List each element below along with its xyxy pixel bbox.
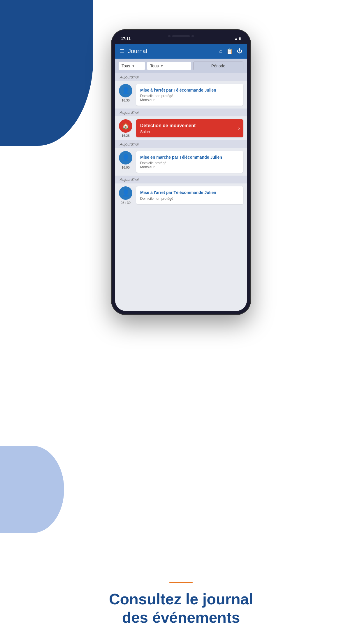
avatar: 🏠 (119, 119, 132, 133)
event-title: Mise à l'arrêt par Télécommande Julien (140, 88, 239, 93)
event-left-0: 👤16:30 (119, 84, 133, 102)
filter-bar: Tous ▼ Tous ▼ Période (115, 59, 247, 73)
list-item: 👤16:30Mise à l'arrêt par Télécommande Ju… (115, 81, 247, 108)
list-item: 🏠16:28Détection de mouvementSalon› (115, 116, 247, 140)
filter-type-dropdown[interactable]: Tous ▼ (119, 62, 145, 70)
event-subtitle2: Monsieur (140, 165, 239, 169)
filter-type-label: Tous (122, 64, 130, 68)
event-card-content: Mise en marche par Télécommande JulienDo… (140, 155, 239, 169)
home-alert-icon: 🏠 (122, 123, 129, 130)
list-item: 👤08 : 30Mise à l'arrêt par Télécommande … (115, 183, 247, 207)
filter-category-arrow: ▼ (161, 64, 164, 68)
header-left: ☰ Journal (120, 48, 147, 55)
alert-card[interactable]: Détection de mouvementSalon› (136, 119, 243, 137)
event-subtitle1: Domicile non protégé (140, 94, 239, 98)
person-icon: 👤 (122, 189, 130, 197)
filter-type-arrow: ▼ (132, 64, 135, 68)
event-time: 16:30 (122, 99, 130, 102)
notch-speaker (172, 35, 190, 37)
app-header: ☰ Journal ⌂ 📋 ⏻ (115, 44, 247, 59)
chevron-right-icon: › (238, 125, 240, 132)
avatar: 👤 (119, 186, 132, 200)
event-time: 08 : 30 (121, 201, 131, 204)
event-title: Mise à l'arrêt par Télécommande Julien (140, 190, 239, 195)
section-label-3: Aujourd'hui (115, 176, 247, 183)
status-time: 17:11 (121, 36, 131, 41)
event-subtitle1: Salon (140, 130, 196, 134)
event-left-3: 👤08 : 30 (119, 186, 133, 204)
caption-line1: Consultez le journal (109, 591, 253, 608)
avatar: 👤 (119, 151, 132, 164)
header-icons: ⌂ 📋 ⏻ (219, 48, 242, 55)
page-title: Journal (128, 48, 147, 55)
person-icon: 👤 (122, 87, 130, 94)
phone-device: 17:11 ▲ ▮ ☰ Journal ⌂ 📋 (111, 29, 251, 315)
status-bar: 17:11 ▲ ▮ (115, 33, 247, 44)
event-card-content: Mise à l'arrêt par Télécommande JulienDo… (140, 190, 239, 200)
notch-dot-right (191, 35, 194, 37)
caption-line2: des événements (122, 609, 240, 626)
bg-decoration-bottom-left (0, 446, 64, 533)
event-card: Mise à l'arrêt par Télécommande JulienDo… (136, 84, 243, 106)
event-card-content: Mise à l'arrêt par Télécommande JulienDo… (140, 88, 239, 102)
event-left-1: 🏠16:28 (119, 119, 133, 137)
event-card-content: Détection de mouvementSalon (140, 123, 196, 134)
journal-content: Aujourd'hui👤16:30Mise à l'arrêt par Télé… (115, 73, 247, 311)
menu-icon[interactable]: ☰ (120, 48, 124, 55)
list-item: 👤16:00Mise en marche par Télécommande Ju… (115, 148, 247, 176)
event-time: 16:28 (122, 134, 130, 137)
event-card: Mise à l'arrêt par Télécommande JulienDo… (136, 186, 243, 204)
battery-icon: ▮ (239, 36, 241, 41)
event-subtitle2: Monsieur (140, 98, 239, 102)
period-button[interactable]: Période (193, 62, 243, 70)
list-icon[interactable]: 📋 (226, 48, 233, 55)
signal-icon: ▲ (234, 36, 238, 41)
home-icon[interactable]: ⌂ (219, 48, 222, 54)
status-icons: ▲ ▮ (234, 36, 241, 41)
notch-dot-left (168, 35, 171, 37)
caption-text: Consultez le journal des événements (0, 590, 362, 626)
phone-screen: ☰ Journal ⌂ 📋 ⏻ Tous ▼ Tous ▼ (115, 44, 247, 311)
bottom-caption: Consultez le journal des événements (0, 582, 362, 626)
section-label-2: Aujourd'hui (115, 140, 247, 148)
event-title: Détection de mouvement (140, 123, 196, 129)
event-subtitle1: Domicile protégé (140, 161, 239, 165)
power-icon[interactable]: ⏻ (237, 48, 242, 54)
bg-decoration-top-left (0, 0, 93, 146)
filter-category-label: Tous (150, 64, 159, 68)
filter-category-dropdown[interactable]: Tous ▼ (147, 62, 191, 70)
event-title: Mise en marche par Télécommande Julien (140, 155, 239, 160)
orange-divider (169, 582, 193, 583)
person-icon: 👤 (122, 154, 130, 162)
avatar: 👤 (119, 84, 132, 97)
event-subtitle1: Domicile non protégé (140, 197, 239, 201)
event-left-2: 👤16:00 (119, 151, 133, 169)
section-label-1: Aujourd'hui (115, 108, 247, 116)
section-label-0: Aujourd'hui (115, 73, 247, 81)
phone-frame: 17:11 ▲ ▮ ☰ Journal ⌂ 📋 (111, 29, 251, 315)
event-time: 16:00 (122, 166, 130, 169)
event-card: Mise en marche par Télécommande JulienDo… (136, 151, 243, 173)
notch-area (168, 35, 194, 37)
